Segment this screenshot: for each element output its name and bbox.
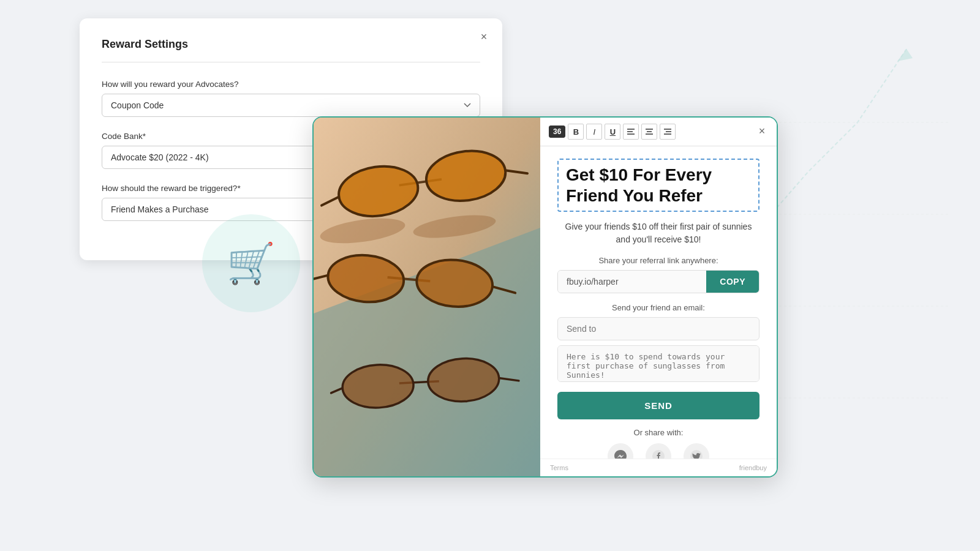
advocate-label: How will you reward your Advocates?: [102, 80, 480, 89]
cart-icon: 🛒: [227, 241, 276, 287]
italic-button[interactable]: I: [586, 124, 602, 140]
card-title: Reward Settings: [102, 38, 480, 51]
bold-button[interactable]: B: [568, 124, 584, 140]
svg-marker-0: [897, 49, 913, 61]
align-left-button[interactable]: [623, 124, 639, 140]
referral-popup: 36 B I U × Get $10 For Every Friend You …: [312, 116, 778, 478]
popup-headline: Get $10 For Every Friend You Refer: [557, 159, 760, 212]
popup-content-panel: 36 B I U × Get $10 For Every Friend You …: [540, 118, 777, 476]
underline-button[interactable]: U: [605, 124, 620, 140]
cart-icon-circle: 🛒: [202, 214, 300, 312]
social-share-row: [557, 443, 760, 459]
referral-section-label: Share your referral link anywhere:: [557, 256, 760, 265]
footer-brand: friendbuy: [739, 464, 767, 471]
facebook-icon[interactable]: [646, 443, 671, 459]
twitter-icon[interactable]: [684, 443, 709, 459]
send-button[interactable]: SEND: [557, 392, 760, 419]
messenger-icon[interactable]: [608, 443, 633, 459]
align-right-button[interactable]: [660, 124, 676, 140]
popup-body: Get $10 For Every Friend You Refer Give …: [540, 146, 777, 459]
email-body-textarea[interactable]: [557, 345, 760, 382]
or-share-label: Or share with:: [557, 428, 760, 437]
referral-link-input[interactable]: [558, 271, 706, 293]
close-button[interactable]: ×: [475, 28, 492, 45]
advocate-reward-group: How will you reward your Advocates? Coup…: [102, 80, 480, 117]
popup-footer: Terms friendbuy: [540, 459, 777, 476]
footer-terms[interactable]: Terms: [550, 464, 568, 471]
align-center-button[interactable]: [641, 124, 657, 140]
text-editor-toolbar: 36 B I U: [540, 118, 777, 146]
copy-button[interactable]: COPY: [706, 271, 759, 293]
popup-subtitle: Give your friends $10 off their first pa…: [557, 220, 760, 246]
referral-link-row: COPY: [557, 270, 760, 293]
send-to-input[interactable]: [557, 317, 760, 340]
font-size-display: 36: [549, 126, 565, 138]
popup-close-button[interactable]: ×: [753, 122, 771, 140]
email-section-label: Send your friend an email:: [557, 303, 760, 312]
popup-image-panel: [314, 118, 540, 476]
advocate-select[interactable]: Coupon Code Store Credit Gift Card: [102, 94, 480, 117]
